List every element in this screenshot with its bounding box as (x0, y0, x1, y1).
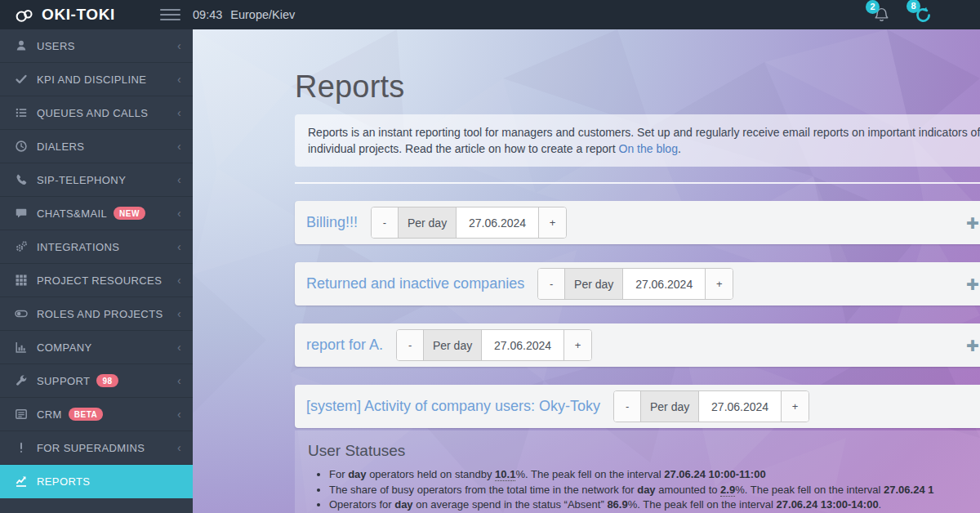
sidebar-item-label: FOR SUPERADMINS (37, 442, 145, 454)
sidebar-item-support[interactable]: SUPPORT98‹ (0, 364, 193, 398)
main-area: Reports Reports is an instant reporting … (193, 29, 980, 513)
status-bullet: Operators for day on average spend in th… (329, 497, 980, 513)
notifications-button[interactable]: 2 (873, 7, 890, 24)
period-mode-button[interactable]: Per day (424, 330, 482, 360)
hamburger-menu-icon[interactable] (160, 7, 180, 23)
sidebar-item-company[interactable]: COMPANY‹ (0, 331, 193, 364)
oki-toki-cloud-logo-icon (13, 6, 36, 24)
sync-button[interactable]: 8 (914, 6, 933, 25)
chevron-left-icon: ‹ (177, 107, 181, 118)
report-title[interactable]: Billing!!! (306, 214, 358, 231)
period-date-button[interactable]: 27.06.2024 (623, 269, 706, 299)
brand-name: OKI-TOKI (42, 6, 115, 24)
report-expanded-body: User StatusesFor day operators held on s… (295, 430, 980, 513)
period-date-button[interactable]: 27.06.2024 (482, 330, 564, 360)
sidebar-item-roles-and-projects[interactable]: ROLES AND PROJECTS‹ (0, 297, 193, 331)
sidebar-item-label: CHATS&MAIL (37, 207, 107, 220)
sidebar-item-label: SUPPORT (37, 375, 90, 387)
chevron-left-icon: ‹ (177, 207, 181, 219)
period-next-button[interactable]: + (564, 330, 591, 360)
status-bullet: The share of busy operators from the tot… (329, 483, 980, 498)
phone-icon (15, 173, 28, 186)
exclamation-icon (15, 441, 28, 454)
chevron-left-icon: ‹ (177, 274, 181, 286)
sidebar-item-label: COMPANY (37, 341, 92, 354)
report-title[interactable]: [system] Activity of company users: Oky-… (306, 398, 600, 415)
clock-icon (15, 140, 28, 153)
period-next-button[interactable]: + (539, 207, 566, 238)
sidebar-item-project-resources[interactable]: PROJECT RESOURCES‹ (0, 264, 193, 297)
sidebar-item-users[interactable]: USERS‹ (0, 29, 193, 63)
sidebar-item-badge: NEW (114, 207, 145, 220)
report-card: Billing!!!-Per day27.06.2024+✚ (295, 201, 980, 244)
chevron-left-icon: ‹ (177, 442, 181, 453)
report-list: Billing!!!-Per day27.06.2024+✚Returned a… (295, 201, 980, 513)
report-card: report for A.-Per day27.06.2024+✚ (295, 323, 980, 367)
check-icon (15, 73, 28, 86)
period-prev-button[interactable]: - (614, 391, 641, 422)
clock: 09:43 Europe/Kiev (193, 8, 295, 21)
chevron-left-icon: ‹ (177, 40, 181, 51)
intro-card: Reports is an instant reporting tool for… (295, 114, 980, 167)
comment-icon (15, 207, 28, 220)
period-prev-button[interactable]: - (538, 269, 565, 299)
period-next-button[interactable]: + (782, 391, 808, 422)
chevron-left-icon: ‹ (177, 341, 181, 353)
topbar: OKI-TOKI 09:43 Europe/Kiev 2 8 (0, 0, 980, 29)
page-title: Reports (295, 69, 980, 105)
grid-icon (15, 274, 28, 287)
chevron-left-icon: ‹ (177, 141, 181, 152)
period-mode-button[interactable]: Per day (641, 391, 699, 422)
list-icon (15, 106, 28, 119)
sidebar-item-sip-telephony[interactable]: SIP-TELEPHONY‹ (0, 163, 193, 197)
add-subscription-icon[interactable]: ✚ (966, 276, 979, 292)
chevron-left-icon: ‹ (177, 375, 181, 386)
period-controls: -Per day27.06.2024+ (613, 390, 809, 422)
user-statuses-heading: User Statuses (308, 442, 980, 460)
chart-bar-icon (15, 341, 28, 354)
chevron-left-icon: ‹ (177, 408, 181, 420)
sidebar-item-reports[interactable]: REPORTS (0, 465, 193, 498)
sidebar-item-crm[interactable]: CRMBETA‹ (0, 398, 193, 431)
sidebar-item-label: DIALERS (37, 141, 84, 153)
add-subscription-icon[interactable]: ✚ (966, 215, 979, 230)
sidebar: USERS‹KPI AND DISCIPLINE‹QUEUES AND CALL… (0, 29, 193, 513)
period-mode-button[interactable]: Per day (399, 207, 457, 238)
user-statuses-list: For day operators held on standby 10.1%.… (308, 467, 980, 513)
sidebar-item-kpi-and-discipline[interactable]: KPI AND DISCIPLINE‹ (0, 63, 193, 96)
report-title[interactable]: Returned and inactive companies (306, 275, 524, 292)
wrench-icon (15, 374, 28, 387)
current-time: 09:43 (193, 8, 222, 21)
sidebar-item-dialers[interactable]: DIALERS‹ (0, 130, 193, 163)
intro-line2-suffix: . (678, 142, 681, 155)
crm-icon (15, 408, 28, 421)
sidebar-item-badge: 98 (96, 374, 118, 387)
sidebar-item-chats-mail[interactable]: CHATS&MAILNEW‹ (0, 197, 193, 230)
period-next-button[interactable]: + (706, 269, 733, 299)
period-date-button[interactable]: 27.06.2024 (457, 207, 539, 238)
period-prev-button[interactable]: - (397, 330, 424, 360)
report-card: Returned and inactive companies-Per day2… (295, 262, 980, 306)
intro-line2-text: individual projects. Read the article on… (308, 142, 619, 155)
add-subscription-icon[interactable]: ✚ (966, 337, 979, 353)
period-date-button[interactable]: 27.06.2024 (699, 391, 782, 422)
sidebar-item-label: REPORTS (37, 475, 90, 488)
report-title[interactable]: report for A. (306, 337, 383, 354)
sidebar-item-label: QUEUES AND CALLS (37, 107, 148, 119)
sidebar-item-queues-and-calls[interactable]: QUEUES AND CALLS‹ (0, 96, 193, 130)
blog-link[interactable]: On the blog (619, 142, 678, 155)
intro-line2: individual projects. Read the article on… (308, 141, 980, 157)
content: Reports Reports is an instant reporting … (193, 69, 980, 513)
sidebar-item-for-superadmins[interactable]: FOR SUPERADMINS‹ (0, 431, 193, 465)
sync-count-badge: 8 (906, 0, 920, 13)
period-mode-button[interactable]: Per day (565, 269, 623, 299)
sidebar-item-label: USERS (37, 40, 75, 52)
period-controls: -Per day27.06.2024+ (396, 329, 592, 361)
divider (295, 182, 980, 184)
chevron-left-icon: ‹ (177, 308, 181, 319)
sidebar-item-integrations[interactable]: INTEGRATIONS‹ (0, 230, 193, 264)
report-card: [system] Activity of company users: Oky-… (295, 385, 980, 428)
period-prev-button[interactable]: - (372, 207, 399, 238)
sidebar-item-badge: BETA (69, 408, 103, 421)
chevron-left-icon: ‹ (177, 74, 181, 85)
